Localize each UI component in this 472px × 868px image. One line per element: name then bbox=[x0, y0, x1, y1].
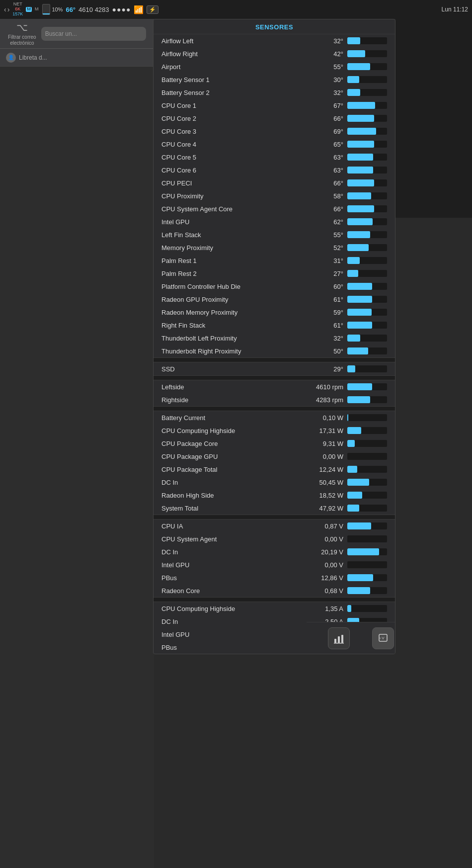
sensor-value: 0,00 V bbox=[309, 561, 343, 569]
svg-rect-3 bbox=[334, 643, 344, 644]
sensor-bar-container bbox=[347, 89, 387, 96]
search-box[interactable]: Buscar un... bbox=[41, 27, 146, 41]
cpu-bar-graphic bbox=[42, 4, 50, 15]
sensor-bar-fill bbox=[347, 296, 372, 303]
toolbar-icon-sensors[interactable]: V A bbox=[372, 627, 394, 649]
sensor-value: 9,31 W bbox=[309, 440, 343, 447]
sensor-name: PBus bbox=[161, 574, 309, 582]
sensor-bar-fill bbox=[347, 218, 373, 225]
sensor-bar-fill bbox=[347, 335, 360, 342]
sensor-name: CPU Package Core bbox=[161, 440, 309, 447]
sensor-bar-container bbox=[347, 179, 387, 186]
sensor-value: 42° bbox=[309, 50, 343, 58]
avatar-icon: 👤 bbox=[6, 53, 16, 63]
menu-dots[interactable]: ●●●● bbox=[112, 5, 131, 13]
temperature-display: 66° bbox=[66, 6, 76, 13]
sensor-bar-fill bbox=[347, 479, 369, 486]
sensor-bar-fill bbox=[347, 37, 360, 44]
sensor-row: CPU Package Core 9,31 W bbox=[154, 437, 395, 450]
sensor-bar-container bbox=[347, 141, 387, 148]
sensor-bar-fill bbox=[347, 492, 362, 499]
sensor-row: Rightside 4283 rpm bbox=[154, 393, 395, 406]
sensor-name: Radeon Memory Proximity bbox=[161, 309, 309, 316]
email-list bbox=[0, 67, 154, 868]
sensor-bar-fill bbox=[347, 205, 374, 212]
sensor-bar-fill bbox=[347, 365, 355, 372]
sensor-bar-container bbox=[347, 466, 387, 473]
sensor-bar-container bbox=[347, 115, 387, 122]
sensor-bar-container bbox=[347, 587, 387, 594]
sensor-name: Intel GPU bbox=[161, 631, 309, 638]
sensor-value: 18,52 W bbox=[309, 492, 343, 499]
sensor-row: Radeon Memory Proximity 59° bbox=[154, 306, 395, 319]
sensor-bar-container bbox=[347, 605, 387, 612]
cpu-monitor: 10% bbox=[42, 4, 63, 15]
sensors-title: SENSORES bbox=[154, 19, 395, 34]
sensor-row: Radeon High Side 18,52 W bbox=[154, 489, 395, 502]
sensor-bar-fill bbox=[347, 115, 374, 122]
sensor-bar-container bbox=[347, 231, 387, 238]
sensor-value: 50° bbox=[309, 347, 343, 355]
sensor-name: Palm Rest 1 bbox=[161, 257, 309, 264]
sensor-name: CPU Package GPU bbox=[161, 453, 309, 460]
sensor-value: 0,10 W bbox=[309, 414, 343, 422]
section-divider-3 bbox=[154, 406, 395, 411]
sensor-bar-container bbox=[347, 37, 387, 44]
sensor-name: DC In bbox=[161, 618, 309, 625]
sensor-bar-fill bbox=[347, 128, 376, 135]
sensor-value: 17,31 W bbox=[309, 427, 343, 434]
sensor-name: Battery Current bbox=[161, 414, 309, 422]
sensor-name: Platform Controller Hub Die bbox=[161, 283, 309, 290]
sensor-name: CPU System Agent Core bbox=[161, 205, 309, 213]
chevron-left-icon[interactable]: ‹ bbox=[4, 5, 6, 13]
sensor-value: 62° bbox=[309, 218, 343, 226]
nav-chevrons[interactable]: ‹ › bbox=[4, 5, 9, 13]
sensor-row: Airflow Right 42° bbox=[154, 47, 395, 60]
sensor-row: PBus 12,86 V bbox=[154, 571, 395, 584]
email-subbar: 👤 Libreta d... bbox=[0, 49, 154, 67]
sensor-bar-container bbox=[347, 322, 387, 329]
sensor-bar-fill bbox=[347, 167, 373, 174]
datetime-display: Lun 11:12 bbox=[442, 6, 468, 13]
sensor-bar-container bbox=[347, 192, 387, 199]
sensor-bar-fill bbox=[347, 50, 365, 57]
sensor-row: CPU System Agent Core 66° bbox=[154, 202, 395, 215]
toolbar-icon-graph[interactable] bbox=[328, 627, 350, 649]
sensor-row: Radeon Core 0,68 V bbox=[154, 584, 395, 597]
sensor-value: 61° bbox=[309, 296, 343, 303]
filter-label: Filtrar correoelectrónico bbox=[8, 34, 36, 46]
section-divider-4 bbox=[154, 515, 395, 520]
sensor-bar-container bbox=[347, 335, 387, 342]
sensor-value: 0,00 V bbox=[309, 535, 343, 543]
sensor-row: Memory Proximity 52° bbox=[154, 241, 395, 254]
sensor-bar-container bbox=[347, 414, 387, 421]
battery-icon: ⚡️ bbox=[147, 5, 158, 14]
sensor-bar-container bbox=[347, 283, 387, 290]
wifi-icon[interactable]: 📶 bbox=[134, 5, 144, 14]
filter-button[interactable]: ⌥ Filtrar correoelectrónico bbox=[8, 21, 36, 46]
sensor-bar-fill bbox=[347, 89, 360, 96]
memory-monitor: M bbox=[35, 7, 39, 12]
sensor-bar-fill bbox=[347, 244, 369, 251]
sensor-bar-container bbox=[347, 244, 387, 251]
sensor-row: CPU Core 1 67° bbox=[154, 99, 395, 112]
sensor-bar-fill bbox=[347, 270, 358, 277]
sensor-name: Right Fin Stack bbox=[161, 322, 309, 329]
chevron-right-icon[interactable]: › bbox=[7, 5, 10, 13]
sensor-value: 66° bbox=[309, 115, 343, 122]
sensor-name: CPU Core 4 bbox=[161, 141, 309, 148]
sensor-row: DC In 50,45 W bbox=[154, 476, 395, 489]
sensor-bar-fill bbox=[347, 192, 371, 199]
sensor-row: Thunderbolt Left Proximity 32° bbox=[154, 332, 395, 345]
sensor-bar-fill bbox=[347, 522, 371, 529]
sensor-name: Intel GPU bbox=[161, 561, 309, 569]
sensor-name: Memory Proximity bbox=[161, 244, 309, 252]
network-monitor: NET 6K 157K bbox=[12, 2, 23, 17]
temperature-section: Airflow Left 32° Airflow Right 42° Airpo… bbox=[154, 34, 395, 357]
sensor-bar-container bbox=[347, 561, 387, 568]
svg-text:V: V bbox=[382, 636, 385, 640]
right-panel-partial bbox=[395, 19, 472, 218]
sensor-name: CPU System Agent bbox=[161, 535, 309, 543]
sensor-bar-container bbox=[347, 548, 387, 555]
sensor-row: Radeon GPU Proximity 61° bbox=[154, 293, 395, 306]
